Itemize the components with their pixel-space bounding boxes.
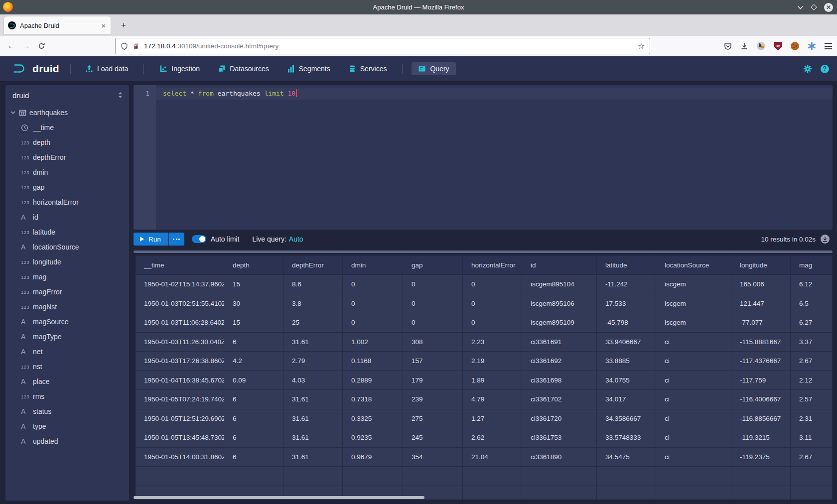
table-header-cell[interactable]: depth — [224, 255, 283, 275]
tree-item-column[interactable]: A id — [5, 210, 129, 225]
table-cell[interactable]: 31.61 — [283, 390, 343, 409]
table-cell[interactable]: 308 — [403, 333, 463, 352]
tree-item-column[interactable]: A magSource — [5, 314, 129, 329]
table-cell[interactable]: ci3361691 — [522, 333, 597, 352]
tree-item-column[interactable]: 123 rms — [5, 389, 129, 404]
table-cell[interactable]: 1950-01-05T12:51:29.690Z — [136, 409, 224, 429]
table-header-cell[interactable]: depthError — [283, 255, 343, 275]
table-cell[interactable]: 239 — [403, 390, 463, 409]
table-cell[interactable]: 6.27 — [791, 313, 833, 333]
table-cell[interactable]: ci — [656, 428, 731, 448]
table-cell[interactable]: 0.2889 — [343, 371, 403, 390]
table-cell[interactable]: 0 — [343, 275, 403, 294]
tree-item-column[interactable]: A magType — [5, 329, 129, 344]
sql-editor[interactable]: 1 select * from earthquakes limit 10 — [134, 85, 833, 230]
table-cell[interactable]: 4.03 — [283, 371, 343, 390]
table-cell[interactable]: 3.11 — [791, 428, 833, 448]
table-cell[interactable]: 31.61 — [283, 448, 343, 467]
table-cell[interactable]: 8.6 — [283, 275, 343, 294]
tree-item-column[interactable]: A type — [5, 419, 129, 434]
table-cell[interactable]: 179 — [403, 371, 463, 390]
nav-segments[interactable]: Segments — [280, 62, 337, 75]
table-header-cell[interactable]: horizontalError — [463, 255, 522, 275]
table-cell[interactable]: 6.5 — [791, 294, 833, 314]
table-cell[interactable]: 1.89 — [463, 371, 522, 390]
table-cell[interactable]: 6.12 — [791, 275, 833, 294]
sort-icon[interactable] — [118, 92, 123, 99]
table-cell[interactable]: -11.242 — [597, 275, 656, 294]
tree-item-column[interactable]: A status — [5, 404, 129, 419]
table-cell[interactable]: 354 — [403, 448, 463, 467]
table-cell[interactable]: 0 — [463, 275, 522, 294]
table-cell[interactable]: 165.006 — [731, 275, 791, 294]
table-header-cell[interactable]: __time — [136, 255, 224, 275]
help-icon[interactable]: ? — [821, 65, 829, 73]
table-cell[interactable]: ci — [656, 409, 731, 429]
back-icon[interactable]: ← — [4, 38, 19, 53]
table-cell[interactable]: 0 — [463, 313, 522, 333]
table-cell[interactable]: -116.4006667 — [731, 390, 791, 409]
table-cell[interactable]: 1950-01-04T16:38:45.670Z — [136, 371, 224, 390]
tree-item-column[interactable]: 123 dmin — [5, 165, 129, 180]
auto-limit-toggle[interactable] — [192, 235, 206, 243]
table-cell[interactable]: 0 — [343, 294, 403, 314]
extension-cookie-icon[interactable] — [791, 42, 799, 50]
table-cell[interactable]: 33.9406667 — [597, 333, 656, 352]
table-header-cell[interactable]: longitude — [731, 255, 791, 275]
table-cell[interactable]: 1950-01-05T14:00:31.860Z — [136, 448, 224, 467]
table-header-cell[interactable]: gap — [403, 255, 463, 275]
nav-datasources[interactable]: Datasources — [211, 62, 276, 75]
table-cell[interactable]: 34.5475 — [597, 448, 656, 467]
browser-tab[interactable]: Apache Druid × — [4, 16, 111, 34]
close-icon[interactable]: ✕ — [824, 3, 833, 12]
table-cell[interactable]: 0.3325 — [343, 409, 403, 429]
table-header-cell[interactable]: dmin — [343, 255, 403, 275]
nav-load-data[interactable]: Load data — [79, 62, 135, 75]
tree-item-column[interactable]: 123 nst — [5, 359, 129, 374]
table-cell[interactable]: -117.759 — [731, 371, 791, 390]
table-cell[interactable]: 2.62 — [463, 428, 522, 448]
run-more-button[interactable] — [169, 233, 184, 246]
tree-item-earthquakes[interactable]: earthquakes — [5, 105, 129, 120]
table-cell[interactable]: 2.57 — [791, 390, 833, 409]
table-cell[interactable]: 6 — [224, 390, 283, 409]
table-cell[interactable]: -77.077 — [731, 313, 791, 333]
table-cell[interactable]: 157 — [403, 352, 463, 371]
table-cell[interactable]: 34.017 — [597, 390, 656, 409]
run-button[interactable]: Run — [134, 233, 168, 246]
tree-item-column[interactable]: A place — [5, 374, 129, 389]
tree-item-column[interactable]: 123 depth — [5, 135, 129, 150]
table-cell[interactable]: -115.8881667 — [731, 333, 791, 352]
table-cell[interactable]: iscgem895104 — [522, 275, 597, 294]
new-tab-button[interactable]: + — [118, 19, 130, 31]
tree-item-column[interactable]: 123 magError — [5, 284, 129, 299]
table-cell[interactable]: 17.533 — [597, 294, 656, 314]
table-cell[interactable]: 15 — [224, 313, 283, 333]
table-cell[interactable]: 1.27 — [463, 409, 522, 429]
table-cell[interactable]: -45.798 — [597, 313, 656, 333]
table-cell[interactable]: 0 — [463, 294, 522, 314]
table-cell[interactable]: 0.9235 — [343, 428, 403, 448]
table-cell[interactable]: ci — [656, 352, 731, 371]
table-cell[interactable]: 31.61 — [283, 428, 343, 448]
sql-code-line[interactable]: select * from earthquakes limit 10 — [156, 88, 833, 100]
settings-gear-icon[interactable] — [803, 64, 812, 73]
table-cell[interactable]: 6 — [224, 333, 283, 352]
tree-item-column[interactable]: 123 gap — [5, 180, 129, 195]
nav-query[interactable]: Query — [412, 62, 455, 75]
table-cell[interactable]: 1950-01-03T02:51:55.410Z — [136, 294, 224, 314]
table-cell[interactable]: 1950-01-02T15:14:37.960Z — [136, 275, 224, 294]
table-cell[interactable]: 2.67 — [791, 448, 833, 467]
table-cell[interactable]: ci3361702 — [522, 390, 597, 409]
table-cell[interactable]: 0 — [403, 275, 463, 294]
table-cell[interactable]: 0.09 — [224, 371, 283, 390]
horizontal-scrollbar[interactable] — [134, 496, 424, 499]
table-cell[interactable]: ci — [656, 448, 731, 467]
table-cell[interactable]: -116.8856667 — [731, 409, 791, 429]
druid-logo[interactable]: druid — [13, 63, 59, 75]
table-cell[interactable]: 0.9679 — [343, 448, 403, 467]
table-header-cell[interactable]: mag — [791, 255, 833, 275]
table-cell[interactable]: -119.3215 — [731, 428, 791, 448]
restore-icon[interactable] — [811, 4, 817, 10]
nav-services[interactable]: Services — [342, 62, 394, 75]
